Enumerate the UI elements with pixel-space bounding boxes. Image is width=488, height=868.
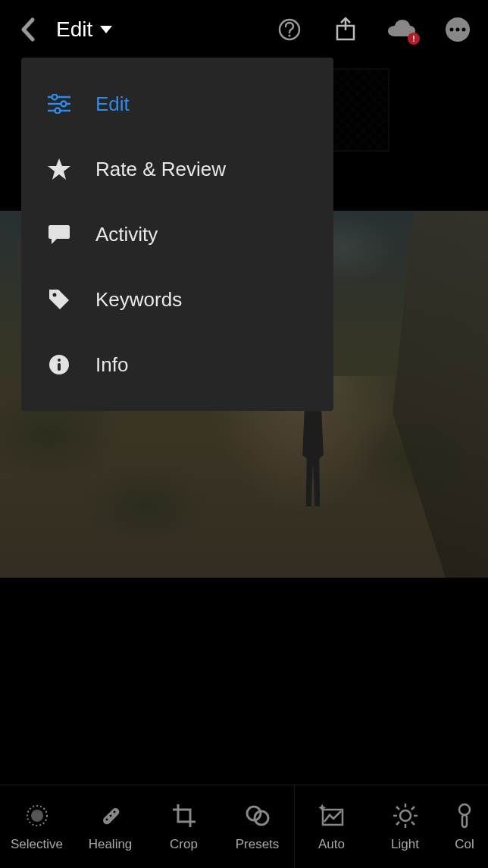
alert-badge-icon: !	[408, 33, 420, 45]
tool-label: Crop	[170, 837, 198, 852]
menu-item-label: Info	[95, 353, 128, 377]
svg-point-23	[109, 814, 111, 816]
svg-rect-18	[58, 363, 61, 371]
tool-crop[interactable]: Crop	[147, 785, 221, 868]
help-icon	[277, 17, 302, 42]
share-button[interactable]	[329, 13, 362, 46]
crop-icon	[170, 802, 198, 829]
menu-item-label: Activity	[95, 223, 158, 246]
sliders-icon	[47, 92, 71, 116]
menu-item-info[interactable]: Info	[21, 332, 333, 397]
help-button[interactable]	[273, 13, 306, 46]
menu-item-activity[interactable]: Activity	[21, 202, 333, 267]
back-button[interactable]	[14, 15, 42, 44]
svg-point-1	[288, 34, 290, 36]
menu-item-keywords[interactable]: Keywords	[21, 267, 333, 332]
tool-selective[interactable]: Selective	[0, 785, 74, 868]
cloud-sync-button[interactable]: !	[385, 13, 418, 46]
svg-point-37	[459, 804, 470, 815]
svg-point-17	[58, 359, 61, 362]
svg-point-13	[55, 108, 61, 114]
chat-icon	[47, 222, 71, 246]
menu-item-edit[interactable]: Edit	[21, 71, 333, 136]
menu-item-label: Rate & Review	[95, 158, 226, 181]
info-icon	[47, 353, 71, 377]
tool-label: Presets	[236, 837, 280, 852]
svg-point-15	[53, 293, 57, 297]
top-bar: Edit !	[0, 0, 488, 59]
svg-point-28	[400, 810, 411, 821]
svg-point-22	[105, 818, 108, 820]
svg-line-36	[396, 822, 399, 825]
svg-point-20	[31, 810, 43, 822]
svg-point-24	[113, 810, 115, 813]
chevron-left-icon	[20, 17, 36, 42]
selective-icon	[23, 802, 51, 829]
tool-healing[interactable]: Healing	[74, 785, 147, 868]
svg-rect-38	[462, 815, 467, 827]
light-icon	[392, 802, 419, 829]
tool-color[interactable]: Col	[442, 785, 487, 868]
mode-dropdown[interactable]: Edit	[56, 17, 112, 42]
svg-point-9	[52, 95, 58, 100]
tool-label: Col	[455, 837, 474, 852]
tool-label: Auto	[318, 837, 345, 852]
mode-menu: Edit Rate & Review Activity Keywords Inf…	[21, 58, 333, 411]
tool-presets[interactable]: Presets	[221, 785, 294, 868]
presets-icon	[244, 802, 271, 829]
color-icon	[451, 802, 478, 829]
tool-label: Healing	[89, 837, 133, 852]
chevron-down-icon	[100, 26, 112, 33]
tag-icon	[47, 287, 71, 312]
auto-icon	[318, 802, 346, 829]
tool-auto[interactable]: Auto	[295, 785, 368, 868]
tool-label: Light	[391, 837, 419, 852]
svg-line-34	[411, 822, 414, 825]
star-icon	[47, 157, 71, 181]
menu-item-rate-review[interactable]: Rate & Review	[21, 136, 333, 202]
menu-item-label: Edit	[95, 92, 130, 116]
healing-icon	[97, 802, 124, 829]
svg-point-7	[462, 28, 466, 32]
svg-point-11	[61, 102, 67, 107]
tool-label: Selective	[11, 837, 63, 852]
share-icon	[334, 17, 357, 42]
mode-label: Edit	[56, 17, 92, 42]
tool-light[interactable]: Light	[368, 785, 442, 868]
svg-line-33	[396, 807, 399, 810]
svg-line-35	[411, 807, 414, 810]
more-button[interactable]	[441, 13, 474, 46]
menu-item-label: Keywords	[95, 288, 182, 312]
svg-point-5	[450, 28, 454, 32]
svg-marker-14	[48, 158, 70, 180]
more-icon	[445, 17, 471, 42]
bottom-toolbar: Selective Healing Crop Presets Auto Ligh…	[0, 785, 488, 868]
svg-point-6	[456, 28, 460, 32]
